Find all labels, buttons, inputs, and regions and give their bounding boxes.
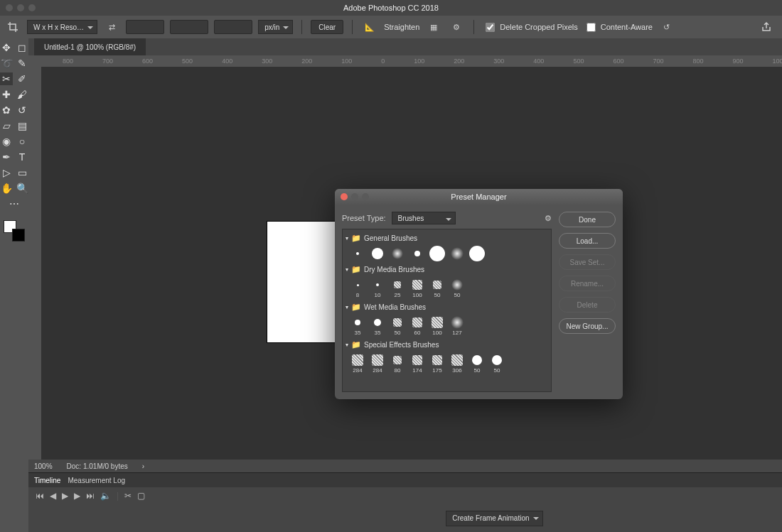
zoom-tool[interactable]: 🔍 — [16, 182, 28, 195]
brush-group-header[interactable]: ▾📁Wet Media Brushes — [346, 301, 548, 313]
brush-preset[interactable] — [390, 247, 405, 261]
brush-preset[interactable]: 35 — [350, 316, 365, 336]
content-aware-checkbox[interactable]: Content-Aware — [584, 21, 653, 34]
brush-preset[interactable]: 25 — [390, 278, 405, 298]
dialog-title: Preset Manager — [451, 192, 506, 201]
document-tab[interactable]: Untitled-1 @ 100% (RGB/8#) — [34, 38, 146, 55]
type-tool[interactable]: T — [16, 151, 28, 163]
brush-preset[interactable]: 175 — [429, 354, 445, 374]
brush-preset[interactable] — [350, 247, 365, 261]
transition-icon[interactable]: ▢ — [137, 491, 145, 501]
brush-preset[interactable]: 35 — [370, 316, 385, 336]
window-minimize-icon[interactable] — [17, 4, 24, 11]
reset-crop-icon[interactable]: ↺ — [658, 20, 675, 34]
blur-tool[interactable]: ◉ — [0, 135, 13, 148]
brush-preset[interactable] — [370, 247, 385, 261]
last-frame-icon[interactable]: ⏭ — [86, 491, 95, 501]
tab-timeline[interactable]: Timeline — [34, 477, 60, 484]
prev-frame-icon[interactable]: ◀ — [50, 491, 56, 501]
brush-preset[interactable]: 100 — [409, 278, 425, 298]
eraser-tool[interactable]: ▱ — [0, 119, 13, 132]
brush-preset[interactable]: 306 — [449, 354, 465, 374]
rename-button[interactable]: Rename... — [559, 276, 616, 291]
ratio-preset-dropdown[interactable]: W x H x Reso… — [27, 20, 97, 34]
window-zoom-icon[interactable] — [28, 4, 36, 11]
crop-options-icon[interactable]: ⚙ — [448, 20, 465, 34]
brush-preset[interactable] — [429, 247, 445, 261]
play-icon[interactable]: ▶ — [62, 491, 68, 501]
move-tool[interactable]: ✥ — [0, 41, 13, 54]
brush-preset[interactable]: 8 — [350, 278, 365, 298]
crop-width-input[interactable] — [126, 20, 164, 34]
preset-type-dropdown[interactable]: Brushes — [392, 212, 456, 224]
crop-tool-icon[interactable] — [4, 20, 21, 34]
preset-list[interactable]: ▾📁General Brushes▾📁Dry Media Brushes8102… — [342, 229, 552, 392]
new-group-button[interactable]: New Group... — [559, 318, 616, 334]
load-button[interactable]: Load... — [559, 233, 616, 249]
status-chevron-icon[interactable]: › — [142, 462, 144, 470]
dialog-close-icon[interactable] — [341, 193, 348, 200]
save-set-button[interactable]: Save Set... — [559, 254, 616, 270]
preset-flyout-icon[interactable]: ⚙ — [545, 214, 552, 223]
foreground-background-swatch[interactable] — [4, 220, 25, 241]
zoom-level[interactable]: 100% — [34, 462, 53, 470]
brush-group-header[interactable]: ▾📁Dry Media Brushes — [346, 264, 548, 276]
delete-cropped-checkbox[interactable]: Delete Cropped Pixels — [483, 21, 577, 34]
brush-preset[interactable]: 10 — [370, 278, 385, 298]
brush-preset[interactable]: 50 — [489, 354, 505, 374]
more-tools[interactable]: ⋯ — [8, 197, 21, 210]
brush-preset[interactable]: 127 — [449, 316, 465, 336]
crop-resolution-input[interactable] — [214, 20, 252, 34]
doc-size[interactable]: Doc: 1.01M/0 bytes — [67, 462, 128, 470]
pen-tool[interactable]: ✒ — [0, 151, 13, 163]
quick-select-tool[interactable]: ✎ — [16, 57, 28, 70]
path-select-tool[interactable]: ▷ — [0, 166, 13, 179]
brush-preset[interactable] — [409, 247, 425, 261]
brush-preset[interactable]: 50 — [449, 278, 465, 298]
brush-preset[interactable]: 50 — [429, 278, 445, 298]
lasso-tool[interactable]: ➰ — [0, 57, 13, 70]
split-icon[interactable]: ✂ — [124, 491, 132, 501]
resolution-unit-dropdown[interactable]: px/in — [258, 20, 293, 34]
brush-preset[interactable] — [469, 247, 485, 261]
overlay-options-icon[interactable]: ▦ — [425, 20, 442, 34]
clone-tool[interactable]: ✿ — [0, 104, 13, 116]
brush-preset[interactable] — [449, 247, 465, 261]
hand-tool[interactable]: ✋ — [0, 182, 13, 195]
crop-height-input[interactable] — [170, 20, 208, 34]
brush-preset[interactable]: 284 — [350, 354, 365, 374]
clear-button[interactable]: Clear — [311, 20, 343, 34]
brush-preset[interactable]: 100 — [429, 316, 445, 336]
brush-tool[interactable]: 🖌 — [16, 88, 28, 101]
brush-group-header[interactable]: ▾📁Special Effects Brushes — [346, 339, 548, 351]
shape-tool[interactable]: ▭ — [16, 166, 28, 179]
gradient-tool[interactable]: ▤ — [16, 119, 28, 132]
share-icon[interactable] — [758, 20, 775, 34]
healing-tool[interactable]: ✚ — [0, 88, 13, 101]
next-frame-icon[interactable]: ▶ — [74, 491, 80, 501]
tab-measurement-log[interactable]: Measurement Log — [68, 477, 125, 484]
done-button[interactable]: Done — [559, 212, 616, 227]
crop-tool[interactable]: ✂ — [0, 72, 13, 85]
straighten-label[interactable]: Straighten — [384, 23, 419, 31]
window-close-icon[interactable] — [6, 4, 13, 11]
audio-icon[interactable]: 🔈 — [100, 491, 111, 501]
canvas-area[interactable]: Preset Manager Preset Type: Brushes ⚙ ▾📁… — [41, 67, 782, 460]
first-frame-icon[interactable]: ⏮ — [36, 491, 44, 501]
straighten-icon[interactable]: 📐 — [361, 20, 378, 34]
brush-preset[interactable]: 174 — [409, 354, 425, 374]
dialog-titlebar[interactable]: Preset Manager — [335, 189, 623, 205]
delete-button[interactable]: Delete — [559, 297, 616, 313]
dodge-tool[interactable]: ○ — [16, 135, 28, 148]
swap-dimensions-icon[interactable]: ⇄ — [103, 20, 120, 34]
eyedropper-tool[interactable]: ✐ — [16, 72, 28, 85]
brush-preset[interactable]: 80 — [390, 354, 405, 374]
brush-preset[interactable]: 284 — [370, 354, 385, 374]
brush-preset[interactable]: 50 — [469, 354, 485, 374]
brush-preset[interactable]: 50 — [390, 316, 405, 336]
brush-group-header[interactable]: ▾📁General Brushes — [346, 232, 548, 244]
create-frame-animation-button[interactable]: Create Frame Animation — [446, 511, 542, 526]
brush-preset[interactable]: 60 — [409, 316, 425, 336]
history-brush-tool[interactable]: ↺ — [16, 104, 28, 116]
marquee-tool[interactable]: ◻ — [16, 41, 28, 54]
